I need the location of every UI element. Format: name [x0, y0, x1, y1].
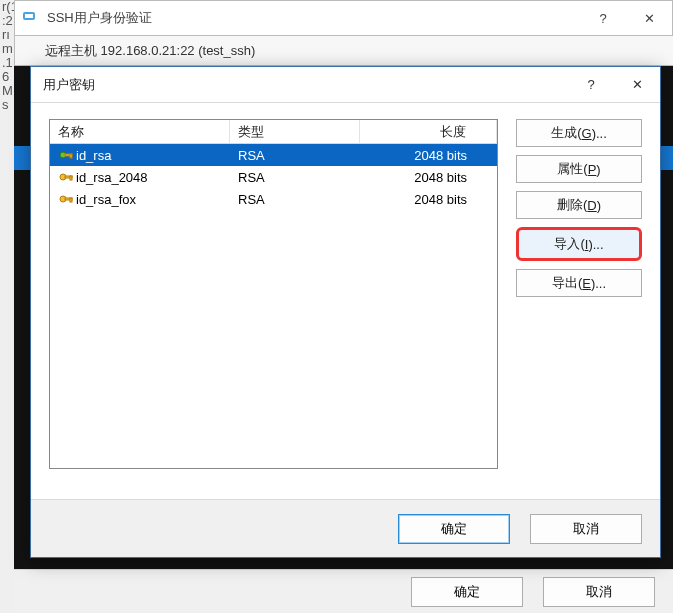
key-icon	[58, 169, 74, 185]
parent-close-button[interactable]: ✕	[626, 1, 672, 35]
col-header-name[interactable]: 名称	[50, 120, 230, 143]
list-header[interactable]: 名称 类型 长度	[50, 120, 497, 144]
key-icon	[58, 147, 74, 163]
parent-titlebar: SSH用户身份验证 ? ✕	[14, 0, 673, 36]
ok-button[interactable]: 确定	[398, 514, 510, 544]
app-icon	[21, 8, 41, 28]
svg-rect-7	[70, 176, 72, 180]
user-keys-dialog: 用户密钥 ? ✕ 名称 类型 长度 id_rsaRSA2048 bitsid_r…	[30, 66, 661, 558]
cell-type: RSA	[230, 170, 360, 185]
col-header-length[interactable]: 长度	[360, 120, 497, 143]
delete-button[interactable]: 删除(D)	[516, 191, 642, 219]
svg-rect-10	[70, 198, 72, 202]
svg-rect-4	[70, 154, 72, 158]
table-row[interactable]: id_rsa_2048RSA2048 bits	[50, 166, 497, 188]
dialog-help-button[interactable]: ?	[568, 68, 614, 102]
table-row[interactable]: id_rsaRSA2048 bits	[50, 144, 497, 166]
properties-button[interactable]: 属性(P)	[516, 155, 642, 183]
cell-name: id_rsa_fox	[50, 191, 230, 207]
cell-name: id_rsa_2048	[50, 169, 230, 185]
dialog-footer: 确定 取消	[31, 499, 660, 557]
svg-rect-1	[25, 14, 33, 18]
key-name-text: id_rsa	[76, 148, 111, 163]
cell-length: 2048 bits	[360, 148, 497, 163]
viewport: r(1:2rım.16Ms SSH用户身份验证 ? ✕ 远程主机 192.168…	[0, 0, 673, 613]
cancel-button[interactable]: 取消	[530, 514, 642, 544]
parent-title: SSH用户身份验证	[47, 9, 580, 27]
parent-help-button[interactable]: ?	[580, 1, 626, 35]
key-name-text: id_rsa_2048	[76, 170, 148, 185]
key-list[interactable]: 名称 类型 长度 id_rsaRSA2048 bitsid_rsa_2048RS…	[49, 119, 498, 469]
cell-length: 2048 bits	[360, 192, 497, 207]
cell-length: 2048 bits	[360, 170, 497, 185]
cell-name: id_rsa	[50, 147, 230, 163]
left-gutter: r(1:2rım.16Ms	[0, 0, 14, 613]
generate-button[interactable]: 生成(G)...	[516, 119, 642, 147]
import-button[interactable]: 导入(I)...	[516, 227, 642, 261]
dialog-titlebar: 用户密钥 ? ✕	[31, 67, 660, 103]
dialog-close-button[interactable]: ✕	[614, 68, 660, 102]
key-icon	[58, 191, 74, 207]
parent-footer: 确定 取消	[14, 569, 673, 613]
dialog-body: 名称 类型 长度 id_rsaRSA2048 bitsid_rsa_2048RS…	[31, 103, 660, 499]
parent-cancel-button[interactable]: 取消	[543, 577, 655, 607]
export-button[interactable]: 导出(E)...	[516, 269, 642, 297]
list-rows: id_rsaRSA2048 bitsid_rsa_2048RSA2048 bit…	[50, 144, 497, 468]
parent-subheader: 远程主机 192.168.0.21:22 (test_ssh)	[14, 36, 673, 66]
dialog-title: 用户密钥	[43, 76, 568, 94]
parent-ok-button[interactable]: 确定	[411, 577, 523, 607]
side-buttons: 生成(G)... 属性(P) 删除(D) 导入(I)... 导出(E)...	[516, 119, 642, 499]
cell-type: RSA	[230, 148, 360, 163]
key-name-text: id_rsa_fox	[76, 192, 136, 207]
col-header-type[interactable]: 类型	[230, 120, 360, 143]
table-row[interactable]: id_rsa_foxRSA2048 bits	[50, 188, 497, 210]
cell-type: RSA	[230, 192, 360, 207]
